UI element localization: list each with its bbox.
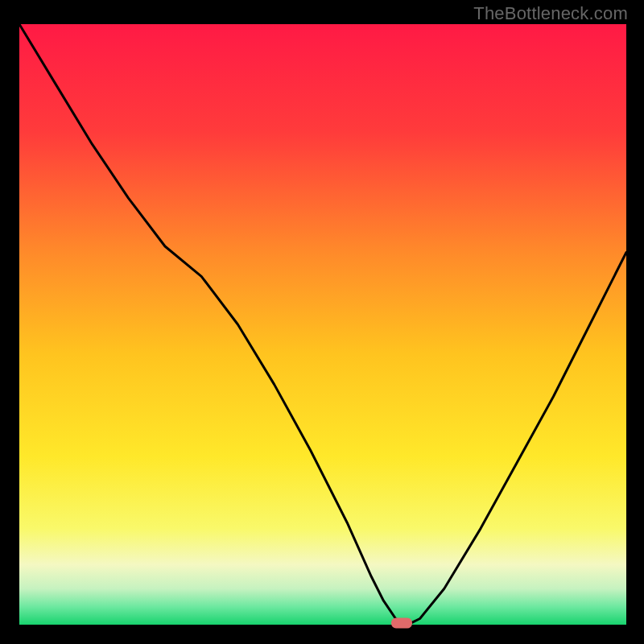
chart-container: TheBottleneck.com (0, 0, 644, 644)
optimum-marker (391, 618, 412, 629)
watermark-text: TheBottleneck.com (473, 3, 628, 24)
bottleneck-chart (0, 0, 644, 644)
plot-background (19, 24, 626, 625)
